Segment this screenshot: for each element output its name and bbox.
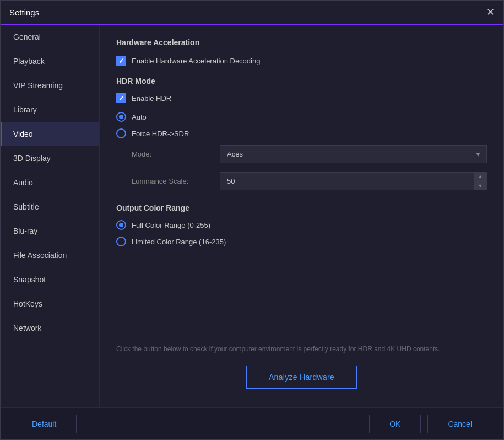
luminance-spin-up[interactable]: ▲ xyxy=(474,172,487,181)
cancel-button[interactable]: Cancel xyxy=(427,415,492,433)
sidebar-item-snapshot[interactable]: Snapshot xyxy=(1,267,99,292)
luminance-spinbox[interactable]: 50 xyxy=(220,172,487,190)
luminance-label: Luminance Scale: xyxy=(132,177,220,185)
main-area: General Playback VIP Streaming Library V… xyxy=(1,25,503,407)
enable-hw-checkbox[interactable] xyxy=(116,56,126,66)
content-area: Hardware Acceleration Enable Hardware Ac… xyxy=(100,25,503,407)
mode-select-wrapper: Aces BT.2020 DCI-P3 ▼ xyxy=(220,145,487,163)
sidebar-item-blu-ray[interactable]: Blu-ray xyxy=(1,219,99,243)
dialog-title: Settings xyxy=(9,8,39,17)
enable-hdr-checkbox[interactable] xyxy=(116,93,126,103)
limited-color-label: Limited Color Range (16-235) xyxy=(132,238,226,246)
sidebar-item-vip-streaming[interactable]: VIP Streaming xyxy=(1,73,99,98)
luminance-spin-buttons: ▲ ▼ xyxy=(474,172,487,190)
close-button[interactable]: ✕ xyxy=(486,7,495,17)
sidebar-item-subtitle[interactable]: Subtitle xyxy=(1,195,99,219)
sidebar-item-library[interactable]: Library xyxy=(1,98,99,122)
enable-hdr-label: Enable HDR xyxy=(132,94,171,103)
output-color-range-section: Output Color Range Full Color Range (0-2… xyxy=(116,203,487,253)
hdr-mode-title: HDR Mode xyxy=(116,77,487,85)
title-bar: Settings ✕ xyxy=(1,1,503,25)
hdr-radio-auto[interactable] xyxy=(116,112,126,122)
limited-color-radio[interactable] xyxy=(116,237,126,246)
sidebar-item-playback[interactable]: Playback xyxy=(1,49,99,73)
luminance-spin-down[interactable]: ▼ xyxy=(474,181,487,191)
sidebar-item-network[interactable]: Network xyxy=(1,316,99,340)
info-text: Click the button below to check if your … xyxy=(116,328,487,355)
ok-button[interactable]: OK xyxy=(369,415,421,433)
default-button[interactable]: Default xyxy=(12,415,77,433)
hardware-acceleration-title: Hardware Acceleration xyxy=(116,38,487,47)
enable-hw-row: Enable Hardware Acceleration Decoding xyxy=(116,56,487,66)
full-color-radio[interactable] xyxy=(116,220,126,230)
hdr-radio-force-row: Force HDR->SDR xyxy=(116,128,487,138)
mode-select[interactable]: Aces BT.2020 DCI-P3 xyxy=(220,145,487,163)
analyze-btn-wrapper: Analyze Hardware xyxy=(116,355,487,394)
hdr-radio-force-hdr-sdr-label: Force HDR->SDR xyxy=(132,130,189,138)
sidebar-item-video[interactable]: Video xyxy=(1,122,99,146)
output-color-range-title: Output Color Range xyxy=(116,203,487,212)
analyze-hardware-button[interactable]: Analyze Hardware xyxy=(246,366,357,389)
luminance-spinbox-wrapper: 50 ▲ ▼ xyxy=(220,172,487,190)
limited-color-row: Limited Color Range (16-235) xyxy=(116,237,487,246)
sidebar-item-file-association[interactable]: File Association xyxy=(1,243,99,267)
sidebar-item-3d-display[interactable]: 3D Display xyxy=(1,146,99,170)
sidebar-item-audio[interactable]: Audio xyxy=(1,170,99,195)
luminance-row: Luminance Scale: 50 ▲ ▼ xyxy=(116,172,487,190)
bottom-bar: Default OK Cancel xyxy=(1,407,503,439)
bottom-right: OK Cancel xyxy=(369,415,492,433)
sidebar-item-general[interactable]: General xyxy=(1,25,99,49)
hdr-section: HDR Mode Enable HDR Auto Force HDR->SDR … xyxy=(116,77,487,199)
enable-hw-label: Enable Hardware Acceleration Decoding xyxy=(132,57,260,65)
bottom-left: Default xyxy=(12,415,77,433)
sidebar: General Playback VIP Streaming Library V… xyxy=(1,25,100,407)
hdr-radio-auto-row: Auto xyxy=(116,112,487,122)
full-color-row: Full Color Range (0-255) xyxy=(116,220,487,230)
full-color-label: Full Color Range (0-255) xyxy=(132,221,210,229)
settings-dialog: Settings ✕ General Playback VIP Streamin… xyxy=(0,0,504,440)
sidebar-item-hotkeys[interactable]: HotKeys xyxy=(1,292,99,316)
mode-row: Mode: Aces BT.2020 DCI-P3 ▼ xyxy=(116,145,487,163)
hdr-radio-force-hdr-sdr[interactable] xyxy=(116,128,126,138)
hdr-radio-auto-label: Auto xyxy=(132,113,147,121)
enable-hdr-row: Enable HDR xyxy=(116,93,487,103)
mode-label: Mode: xyxy=(132,150,220,158)
